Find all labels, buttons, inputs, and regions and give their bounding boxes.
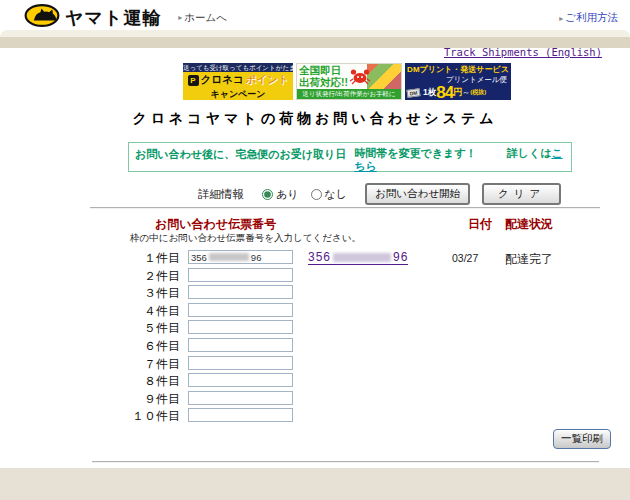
search-controls: 詳細情報 あり なし お問い合わせ開始 クリア [198, 183, 561, 205]
separator-top [90, 207, 600, 208]
notice-box: お問い合わせ後に、宅急便のお受け取り日 時間帯を変更できます！詳しくはこちら [128, 142, 572, 172]
tracking-number-input[interactable] [188, 338, 293, 352]
blurred-digits [209, 253, 249, 261]
radio-details-no[interactable]: なし [311, 187, 348, 202]
radio-no-label: なし [325, 187, 348, 202]
banner-sameday-line1: 全国即日 [299, 65, 348, 77]
banner-point-name2: ポイント [246, 73, 289, 87]
table-row: ６件目 [90, 337, 610, 355]
banner-row: 送っても受け取ってもポイントがたまる P クロネコ ポイント キャンペーン [183, 63, 511, 100]
radio-no-input[interactable] [311, 189, 322, 200]
clear-button[interactable]: クリア [482, 183, 561, 205]
banner-point-bottom-text: キャンペーン [183, 88, 293, 100]
details-label: 詳細情報 [198, 187, 244, 202]
usage-guide-link[interactable]: ▸ ご利用方法 [559, 11, 618, 25]
yamato-logo-link[interactable]: ヤマト運輸 ▸ ホームへ [24, 3, 227, 32]
row-label: ７件目 [90, 356, 180, 373]
radio-details-yes[interactable]: あり [262, 187, 299, 202]
notice-text-left: お問い合わせ後に、宅急便のお受け取り日 [135, 147, 346, 162]
tracking-number-input[interactable] [188, 356, 293, 370]
banner-dm-title: DMプリント・発送サービス [405, 64, 511, 75]
start-inquiry-button[interactable]: お問い合わせ開始 [365, 183, 470, 205]
row-label: １０件目 [90, 408, 180, 425]
header-rounded-strip [0, 30, 630, 37]
notice-more-label: 詳しくは [507, 147, 552, 159]
table-row: ５件目 [90, 319, 610, 337]
row-label: ４件目 [90, 303, 180, 320]
tracking-number-input[interactable] [188, 391, 293, 405]
banner-point-top-text: 送っても受け取ってもポイントがたまる [183, 63, 293, 72]
table-rows: １件目 35696 35696 03/27 配達完了 ２件目 ３ [90, 249, 610, 425]
row-label: ２件目 [90, 268, 180, 285]
tracking-number-prefix: 356 [191, 252, 207, 263]
print-list-button[interactable]: 一覧印刷 [553, 429, 611, 449]
english-tracking-link[interactable]: Track Shipments (English) [444, 46, 602, 58]
table-row: ３件目 [90, 284, 610, 302]
banner-dm-print[interactable]: DMプリント・発送サービス プリントメール便 DM 1枚 84 円 ～ (税抜) [405, 63, 511, 100]
crab-icon [349, 68, 371, 89]
food-collage-image [367, 64, 401, 90]
banner-dm-yen: 円 [453, 86, 462, 99]
radio-yes-label: あり [276, 187, 299, 202]
arrow-right-icon: ▸ [178, 13, 182, 22]
footer-band [0, 468, 630, 500]
banner-point-name1: クロネコ [201, 73, 244, 87]
tracking-number-input[interactable] [188, 373, 293, 387]
column-header-status: 配達状況 [505, 216, 553, 233]
arrow-right-icon: ▸ [559, 14, 563, 23]
row-label: ３件目 [90, 285, 180, 302]
delivery-status: 配達完了 [505, 251, 553, 268]
blurred-digits [333, 253, 391, 262]
banner-sameday-line2: 出荷対応!! [299, 77, 348, 89]
row-label: ９件目 [90, 391, 180, 408]
tracking-number-input[interactable] [188, 303, 293, 317]
banner-dm-tax: (税抜) [470, 88, 486, 97]
table-row: １件目 35696 35696 03/27 配達完了 [90, 249, 610, 267]
table-row: ４件目 [90, 302, 610, 320]
yamato-cat-logo-icon [24, 3, 60, 32]
delivery-date: 03/27 [452, 252, 478, 264]
banner-dm-tilde: ～ [462, 87, 470, 98]
tracking-number-input[interactable] [188, 268, 293, 282]
tracking-link-prefix: 356 [308, 250, 331, 264]
column-header-tracking-number: お問い合わせ伝票番号 [155, 216, 276, 233]
tracking-number-link[interactable]: 35696 [308, 250, 408, 265]
tracking-number-suffix: 96 [251, 252, 262, 263]
row-label: ８件目 [90, 373, 180, 390]
row-label: ５件目 [90, 320, 180, 337]
tracking-page: ヤマト運輸 ▸ ホームへ ▸ ご利用方法 Track Shipments (En… [0, 0, 630, 500]
tracking-number-input-filled[interactable]: 35696 [188, 250, 293, 264]
table-row: ７件目 [90, 355, 610, 373]
row-label: ６件目 [90, 338, 180, 355]
banner-same-day-shipping[interactable]: 全国即日 出荷対応!! 送り状発行/出荷作業がお手軽に [296, 63, 402, 100]
tracking-link-suffix: 96 [393, 250, 408, 264]
banner-kuroneko-point[interactable]: 送っても受け取ってもポイントがたまる P クロネコ ポイント キャンペーン [183, 63, 293, 100]
dm-envelope-icon: DM [407, 88, 421, 98]
row-label: １件目 [90, 250, 180, 267]
notice-text-right: 時間帯を変更できます！詳しくはこちら [354, 147, 566, 173]
table-row: ２件目 [90, 267, 610, 285]
banner-dm-unit: 1枚 [423, 87, 436, 99]
radio-yes-input[interactable] [262, 189, 273, 200]
tracking-number-input[interactable] [188, 408, 293, 422]
banner-dm-price: 84 [436, 84, 453, 100]
tracking-number-input[interactable] [188, 320, 293, 334]
point-p-icon: P [188, 75, 199, 86]
page-header: ヤマト運輸 ▸ ホームへ ▸ ご利用方法 [0, 0, 630, 30]
tracking-number-input[interactable] [188, 285, 293, 299]
column-header-date: 日付 [468, 216, 492, 233]
table-row: １０件目 [90, 407, 610, 425]
home-link[interactable]: ▸ ホームへ [178, 11, 227, 25]
tracking-number-note: 枠の中にお問い合わせ伝票番号を入力してください。 [130, 232, 361, 245]
banner-sameday-bottom-text: 送り状発行/出荷作業がお手軽に [297, 89, 401, 99]
table-row: ８件目 [90, 372, 610, 390]
page-title: クロネコヤマトの荷物お問い合わせシステム [0, 110, 630, 128]
table-row: ９件目 [90, 390, 610, 408]
separator-bottom [92, 461, 599, 462]
brand-text: ヤマト運輸 [65, 6, 161, 30]
